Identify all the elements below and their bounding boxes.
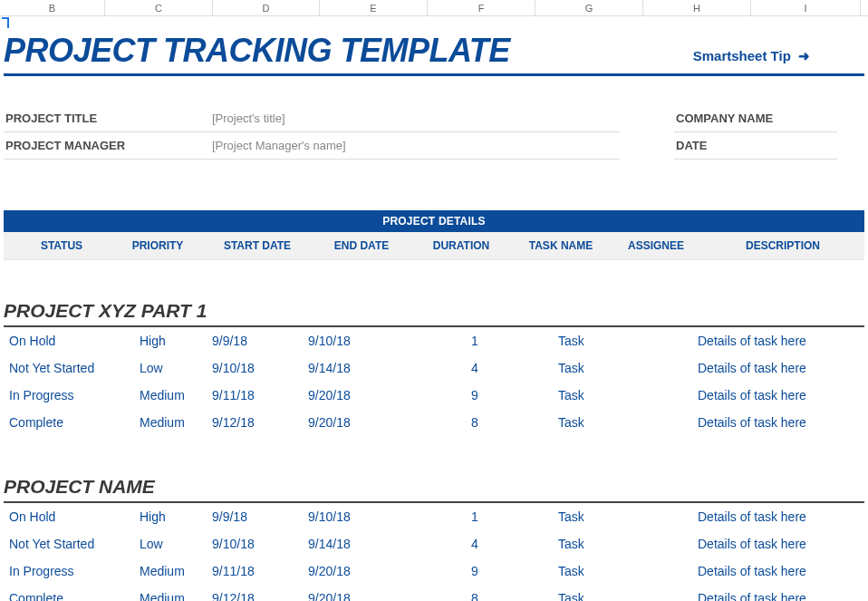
cell-duration[interactable]: 9 xyxy=(417,564,533,578)
cell-duration[interactable]: 1 xyxy=(417,334,533,348)
table-row[interactable]: Not Yet StartedLow9/10/189/14/184TaskDet… xyxy=(4,530,864,557)
table-row[interactable]: CompleteMedium9/12/189/20/188TaskDetails… xyxy=(4,585,864,601)
cell-assignee[interactable] xyxy=(634,537,698,551)
cell-start[interactable]: 9/11/18 xyxy=(212,564,308,578)
cell-task[interactable]: Task xyxy=(533,334,634,348)
column-header-b[interactable]: B xyxy=(0,0,105,15)
project-title-row: PROJECT TITLE [Project's title] xyxy=(4,105,620,132)
company-name-row: COMPANY NAME xyxy=(674,105,837,132)
table-row[interactable]: CompleteMedium9/12/189/20/188TaskDetails… xyxy=(4,409,864,436)
title-row: PROJECT TRACKING TEMPLATE Smartsheet Tip… xyxy=(4,32,864,76)
cell-task[interactable]: Task xyxy=(533,564,634,578)
column-header-f[interactable]: F xyxy=(428,0,535,15)
cell-duration[interactable]: 4 xyxy=(417,537,533,551)
cell-end[interactable]: 9/20/18 xyxy=(308,591,417,601)
cell-desc[interactable]: Details of task here xyxy=(698,361,864,375)
header-start: START DATE xyxy=(203,239,312,252)
cell-desc[interactable]: Details of task here xyxy=(698,334,864,348)
project-title-value[interactable]: [Project's title] xyxy=(212,111,285,125)
cell-duration[interactable]: 4 xyxy=(417,361,533,375)
cell-assignee[interactable] xyxy=(634,334,698,348)
cell-priority[interactable]: Medium xyxy=(116,388,212,402)
cell-start[interactable]: 9/12/18 xyxy=(212,415,308,430)
project-manager-value[interactable]: [Project Manager's name] xyxy=(212,139,346,152)
cell-end[interactable]: 9/20/18 xyxy=(308,564,417,578)
cell-task[interactable]: Task xyxy=(533,537,634,551)
cell-desc[interactable]: Details of task here xyxy=(698,388,864,402)
cell-status[interactable]: Complete xyxy=(4,591,116,601)
cell-assignee[interactable] xyxy=(634,388,698,402)
cell-duration[interactable]: 1 xyxy=(417,509,533,524)
table-row[interactable]: On HoldHigh9/9/189/10/181TaskDetails of … xyxy=(4,327,864,354)
cell-end[interactable]: 9/20/18 xyxy=(308,388,417,402)
cell-assignee[interactable] xyxy=(634,564,698,578)
table-row[interactable]: On HoldHigh9/9/189/10/181TaskDetails of … xyxy=(4,503,864,530)
meta-block: PROJECT TITLE [Project's title] PROJECT … xyxy=(4,105,864,160)
cell-status[interactable]: Complete xyxy=(4,415,116,430)
table-row[interactable]: In ProgressMedium9/11/189/20/189TaskDeta… xyxy=(4,557,864,585)
cell-start[interactable]: 9/11/18 xyxy=(212,388,308,402)
column-header-h[interactable]: H xyxy=(643,0,751,15)
cell-priority[interactable]: Low xyxy=(116,361,212,375)
column-header-d[interactable]: D xyxy=(213,0,320,15)
cell-status[interactable]: In Progress xyxy=(4,388,116,402)
cell-end[interactable]: 9/20/18 xyxy=(308,415,417,430)
cell-end[interactable]: 9/14/18 xyxy=(308,361,417,375)
page-title: PROJECT TRACKING TEMPLATE xyxy=(4,32,510,70)
cell-end[interactable]: 9/10/18 xyxy=(308,334,417,348)
cell-desc[interactable]: Details of task here xyxy=(698,564,864,578)
cell-assignee[interactable] xyxy=(634,509,698,524)
cell-duration[interactable]: 8 xyxy=(417,415,533,430)
column-header-g[interactable]: G xyxy=(535,0,643,15)
cell-task[interactable]: Task xyxy=(533,591,634,601)
header-priority: PRIORITY xyxy=(112,239,203,252)
cell-end[interactable]: 9/10/18 xyxy=(308,509,417,524)
cell-status[interactable]: In Progress xyxy=(4,564,116,578)
cell-duration[interactable]: 8 xyxy=(417,591,533,601)
cell-status[interactable]: On Hold xyxy=(4,334,116,348)
header-desc: DESCRIPTION xyxy=(701,239,864,252)
cell-priority[interactable]: Low xyxy=(116,537,212,551)
cell-assignee[interactable] xyxy=(634,591,698,601)
cell-start[interactable]: 9/10/18 xyxy=(212,537,308,551)
cell-priority[interactable]: Medium xyxy=(116,591,212,601)
cell-priority[interactable]: High xyxy=(116,334,212,348)
column-header-c[interactable]: C xyxy=(105,0,213,15)
cell-start[interactable]: 9/9/18 xyxy=(212,509,308,524)
cell-desc[interactable]: Details of task here xyxy=(698,591,864,601)
cell-priority[interactable]: Medium xyxy=(116,415,212,430)
cell-task[interactable]: Task xyxy=(533,388,634,402)
cell-priority[interactable]: Medium xyxy=(116,564,212,578)
header-status: STATUS xyxy=(4,239,112,252)
smartsheet-tip-link[interactable]: Smartsheet Tip ➜ xyxy=(693,48,864,70)
cell-task[interactable]: Task xyxy=(533,509,634,524)
cell-end[interactable]: 9/14/18 xyxy=(308,537,417,551)
column-header-i[interactable]: I xyxy=(751,0,861,15)
header-duration: DURATION xyxy=(411,239,511,252)
table-row[interactable]: Not Yet StartedLow9/10/189/14/184TaskDet… xyxy=(4,354,864,382)
cell-task[interactable]: Task xyxy=(533,361,634,375)
cell-task[interactable]: Task xyxy=(533,415,634,430)
cell-desc[interactable]: Details of task here xyxy=(698,415,864,430)
cell-status[interactable]: Not Yet Started xyxy=(4,361,116,375)
cell-desc[interactable]: Details of task here xyxy=(698,537,864,551)
cell-duration[interactable]: 9 xyxy=(417,388,533,402)
date-label: DATE xyxy=(674,139,837,152)
column-header-e[interactable]: E xyxy=(320,0,428,15)
header-end: END DATE xyxy=(312,239,411,252)
table-row[interactable]: In ProgressMedium9/11/189/20/189TaskDeta… xyxy=(4,382,864,409)
cell-desc[interactable]: Details of task here xyxy=(698,509,864,524)
cell-assignee[interactable] xyxy=(634,415,698,430)
columns-header: STATUS PRIORITY START DATE END DATE DURA… xyxy=(4,232,864,260)
cell-assignee[interactable] xyxy=(634,361,698,375)
cell-status[interactable]: On Hold xyxy=(4,509,116,524)
project-manager-row: PROJECT MANAGER [Project Manager's name] xyxy=(4,132,620,160)
cell-priority[interactable]: High xyxy=(116,509,212,524)
section-title: PROJECT NAME xyxy=(4,476,864,503)
cell-start[interactable]: 9/12/18 xyxy=(212,591,308,601)
cell-start[interactable]: 9/9/18 xyxy=(212,334,308,348)
cell-status[interactable]: Not Yet Started xyxy=(4,537,116,551)
cell-start[interactable]: 9/10/18 xyxy=(212,361,308,375)
selected-cell-indicator xyxy=(2,17,9,28)
header-assignee: ASSIGNEE xyxy=(611,239,701,252)
